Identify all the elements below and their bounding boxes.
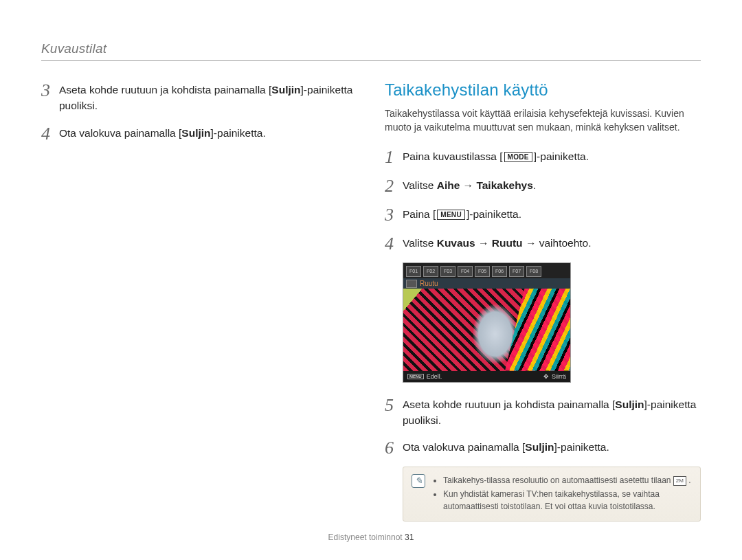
mode-button-label: MODE bbox=[504, 152, 532, 162]
step-text: Paina kuvaustilassa [MODE]-painiketta. bbox=[403, 147, 589, 164]
left-column: 3Aseta kohde ruutuun ja kohdista painama… bbox=[41, 80, 357, 522]
menu-icon: MENU bbox=[407, 374, 424, 379]
frame-preview-image bbox=[403, 289, 570, 371]
frame-thumbnail: F04 bbox=[458, 266, 473, 277]
camera-screenshot: F01F02F03F04F05F06F07F08 Ruutu MENU Edel… bbox=[403, 262, 571, 383]
step-text: Valitse Aihe → Taikakehys. bbox=[403, 176, 536, 193]
step-number: 1 bbox=[385, 148, 403, 166]
footer-section: Edistyneet toiminnot bbox=[328, 533, 403, 542]
note-icon: ✎ bbox=[412, 474, 425, 488]
frame-thumbnail: F07 bbox=[509, 266, 524, 277]
bold-text: Suljin bbox=[181, 127, 210, 139]
step: 2Valitse Aihe → Taikakehys. bbox=[385, 176, 701, 195]
frame-option-label: Ruutu bbox=[403, 278, 570, 289]
nav-icon: ✥ bbox=[543, 373, 549, 380]
menu-button-label: MENU bbox=[437, 210, 465, 220]
move-label: Siirrä bbox=[552, 373, 566, 380]
note-box: ✎ Taikakehys-tilassa resoluutio on autom… bbox=[403, 467, 701, 522]
step: 4Ota valokuva painamalla [Suljin]-painik… bbox=[41, 124, 357, 143]
section-header: Kuvaustilat bbox=[41, 41, 701, 61]
step-text: Ota valokuva painamalla [Suljin]-painike… bbox=[403, 438, 609, 455]
step: 4Valitse Kuvaus → Ruutu → vaihtoehto. bbox=[385, 234, 701, 253]
bold-text: Suljin bbox=[615, 399, 644, 410]
frame-thumbnail: F06 bbox=[492, 266, 507, 277]
screenshot-bottom-bar: MENU Edell. ✥ Siirrä bbox=[403, 371, 570, 382]
note-item: Kun yhdistät kamerasi TV:hen taikakehyst… bbox=[443, 488, 692, 513]
screenshot-move-hint: ✥ Siirrä bbox=[543, 373, 566, 380]
intro-paragraph: Taikakehystilassa voit käyttää erilaisia… bbox=[385, 107, 701, 135]
step-text: Valitse Kuvaus → Ruutu → vaihtoehto. bbox=[403, 234, 592, 251]
step: 5Aseta kohde ruutuun ja kohdista painama… bbox=[385, 395, 701, 429]
frame-thumbnail: F02 bbox=[423, 266, 438, 277]
note-item: Taikakehys-tilassa resoluutio on automaa… bbox=[443, 474, 692, 486]
section-title: Taikakehystilan käyttö bbox=[385, 80, 701, 100]
bold-text: Suljin bbox=[271, 84, 300, 96]
step-text: Aseta kohde ruutuun ja kohdista painamal… bbox=[59, 80, 357, 114]
screenshot-back-hint: MENU Edell. bbox=[407, 373, 442, 380]
bold-text: Aihe bbox=[437, 179, 460, 191]
content-columns: 3Aseta kohde ruutuun ja kohdista painama… bbox=[41, 80, 701, 522]
right-column: Taikakehystilan käyttö Taikakehystilassa… bbox=[385, 80, 701, 522]
note-list: Taikakehys-tilassa resoluutio on automaa… bbox=[434, 474, 692, 514]
step-number: 4 bbox=[385, 235, 403, 253]
step-number: 6 bbox=[385, 439, 403, 457]
bold-text: Taikakehys bbox=[476, 179, 532, 191]
bold-text: Suljin bbox=[525, 441, 554, 453]
frame-thumbnail-row: F01F02F03F04F05F06F07F08 bbox=[403, 263, 570, 278]
bold-text: Kuvaus bbox=[437, 237, 475, 249]
step-number: 2 bbox=[385, 177, 403, 195]
frame-thumbnail: F01 bbox=[406, 266, 421, 277]
resolution-badge: 2M bbox=[673, 476, 686, 486]
page-number: 31 bbox=[405, 533, 414, 542]
step-text: Paina [MENU]-painiketta. bbox=[403, 205, 521, 222]
step: 6Ota valokuva painamalla [Suljin]-painik… bbox=[385, 438, 701, 457]
page-footer: Edistyneet toiminnot 31 bbox=[0, 533, 742, 542]
bold-text: Ruutu bbox=[492, 237, 523, 249]
frame-thumbnail: F08 bbox=[526, 266, 541, 277]
frame-thumbnail: F03 bbox=[440, 266, 456, 277]
step-number: 3 bbox=[385, 206, 403, 224]
step-number: 4 bbox=[41, 125, 59, 143]
step-text: Ota valokuva painamalla [Suljin]-painike… bbox=[59, 124, 266, 141]
step-number: 5 bbox=[385, 396, 403, 414]
back-label: Edell. bbox=[427, 373, 442, 380]
frame-thumbnail: F05 bbox=[475, 266, 490, 277]
step: 3Aseta kohde ruutuun ja kohdista painama… bbox=[41, 80, 357, 114]
step-number: 3 bbox=[41, 82, 59, 100]
step: 1Paina kuvaustilassa [MODE]-painiketta. bbox=[385, 147, 701, 166]
step-text: Aseta kohde ruutuun ja kohdista painamal… bbox=[403, 395, 701, 429]
step: 3Paina [MENU]-painiketta. bbox=[385, 205, 701, 224]
